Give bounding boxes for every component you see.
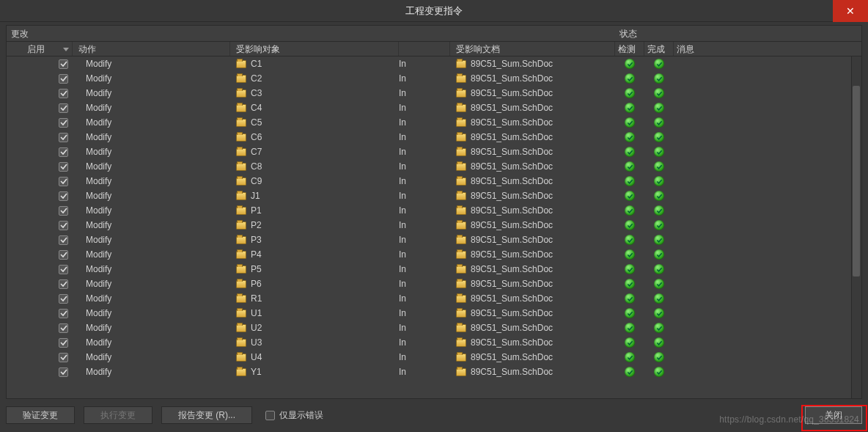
enable-checkbox[interactable] (59, 353, 68, 362)
cell-action: Modify (73, 56, 230, 71)
table-row[interactable]: ModifyP4In89C51_Sum.SchDoc (7, 247, 861, 262)
cell-object: C6 (230, 130, 399, 144)
check-ok-icon (625, 279, 635, 289)
close-button[interactable]: ✕ (833, 0, 868, 22)
execute-button[interactable]: 执行变更 (84, 406, 152, 424)
content-panel: 更改 状态 启用 动作 受影响对象 受影响文档 检测 完成 消息 ModifyC… (6, 25, 862, 399)
col-action[interactable]: 动作 (73, 42, 230, 56)
cell-in: In (399, 56, 450, 71)
folder-icon (236, 236, 246, 244)
scrollbar-thumb[interactable] (853, 86, 860, 277)
enable-checkbox[interactable] (59, 74, 68, 84)
table-row[interactable]: ModifyP2In89C51_Sum.SchDoc (7, 218, 861, 233)
enable-checkbox[interactable] (59, 250, 68, 260)
table-row[interactable]: ModifyU4In89C51_Sum.SchDoc (7, 350, 861, 365)
table-row[interactable]: ModifyP1In89C51_Sum.SchDoc (7, 203, 861, 218)
folder-icon (236, 163, 246, 171)
validate-button[interactable]: 验证变更 (6, 406, 75, 424)
col-detect[interactable]: 检测 (615, 42, 644, 56)
scrollbar[interactable] (851, 56, 861, 398)
folder-icon (456, 163, 466, 171)
enable-checkbox[interactable] (59, 265, 68, 274)
check-ok-icon (625, 117, 635, 128)
enable-checkbox[interactable] (59, 147, 68, 157)
check-ok-icon (625, 367, 635, 377)
folder-icon (236, 354, 246, 362)
table-row[interactable]: ModifyC8In89C51_Sum.SchDoc (7, 159, 861, 174)
enable-checkbox[interactable] (59, 89, 68, 98)
enable-checkbox[interactable] (59, 191, 68, 201)
table-row[interactable]: ModifyU3In89C51_Sum.SchDoc (7, 335, 861, 350)
table-row[interactable]: ModifyC1In89C51_Sum.SchDoc (7, 56, 861, 71)
close-dialog-button[interactable]: 关闭 (805, 406, 862, 424)
cell-in: In (399, 100, 450, 115)
table-row[interactable]: ModifyY1In89C51_Sum.SchDoc (7, 365, 861, 379)
cell-action: Modify (73, 144, 230, 159)
table-row[interactable]: ModifyP3In89C51_Sum.SchDoc (7, 233, 861, 247)
enable-checkbox[interactable] (59, 338, 68, 348)
enable-checkbox[interactable] (59, 309, 68, 318)
report-button[interactable]: 报告变更 (R)... (161, 406, 252, 424)
col-enable[interactable]: 启用 (7, 42, 73, 56)
cell-message (674, 71, 861, 86)
table-row[interactable]: ModifyU1In89C51_Sum.SchDoc (7, 306, 861, 321)
enable-checkbox[interactable] (59, 323, 68, 333)
table-row[interactable]: ModifyR1In89C51_Sum.SchDoc (7, 291, 861, 306)
enable-checkbox[interactable] (59, 235, 68, 245)
table-row[interactable]: ModifyC4In89C51_Sum.SchDoc (7, 100, 861, 115)
check-ok-icon (654, 88, 664, 98)
table-row[interactable]: ModifyC9In89C51_Sum.SchDoc (7, 174, 861, 188)
enable-checkbox[interactable] (59, 133, 68, 142)
table-row[interactable]: ModifyC5In89C51_Sum.SchDoc (7, 115, 861, 130)
col-message[interactable]: 消息 (674, 42, 861, 56)
enable-checkbox[interactable] (59, 177, 68, 186)
close-icon: ✕ (846, 5, 855, 17)
only-errors-checkbox[interactable]: 仅显示错误 (265, 409, 323, 422)
folder-icon (236, 60, 246, 68)
check-ok-icon (654, 73, 664, 84)
cell-message (674, 306, 861, 321)
cell-object: P6 (230, 277, 399, 291)
folder-icon (236, 324, 246, 332)
check-ok-icon (625, 323, 635, 333)
enable-checkbox[interactable] (59, 162, 68, 172)
table-row[interactable]: ModifyJ1In89C51_Sum.SchDoc (7, 188, 861, 203)
folder-icon (236, 177, 246, 186)
table-row[interactable]: ModifyC3In89C51_Sum.SchDoc (7, 86, 861, 100)
section-status: 状态 (615, 26, 861, 41)
enable-checkbox[interactable] (59, 206, 68, 216)
enable-checkbox[interactable] (59, 59, 68, 69)
table-row[interactable]: ModifyC7In89C51_Sum.SchDoc (7, 144, 861, 159)
enable-checkbox[interactable] (59, 279, 68, 289)
window-title: 工程变更指令 (405, 4, 463, 18)
check-ok-icon (654, 132, 664, 142)
col-object[interactable]: 受影响对象 (230, 42, 399, 56)
enable-checkbox[interactable] (59, 118, 68, 128)
enable-checkbox[interactable] (59, 367, 68, 377)
cell-message (674, 159, 861, 174)
cell-message (674, 335, 861, 350)
cell-object: P1 (230, 203, 399, 218)
table-row[interactable]: ModifyP5In89C51_Sum.SchDoc (7, 262, 861, 277)
table-row[interactable]: ModifyU2In89C51_Sum.SchDoc (7, 321, 861, 335)
enable-checkbox[interactable] (59, 103, 68, 113)
check-ok-icon (654, 279, 664, 289)
table-row[interactable]: ModifyC6In89C51_Sum.SchDoc (7, 130, 861, 144)
table-row[interactable]: ModifyC2In89C51_Sum.SchDoc (7, 71, 861, 86)
check-ok-icon (625, 191, 635, 201)
folder-icon (456, 324, 466, 332)
cell-object: U2 (230, 321, 399, 335)
folder-icon (456, 60, 466, 68)
check-ok-icon (654, 293, 664, 304)
enable-checkbox[interactable] (59, 294, 68, 304)
cell-action: Modify (73, 174, 230, 188)
check-ok-icon (654, 191, 664, 201)
cell-message (674, 218, 861, 233)
cell-message (674, 115, 861, 130)
table-row[interactable]: ModifyP6In89C51_Sum.SchDoc (7, 277, 861, 291)
folder-icon (236, 119, 246, 127)
col-done[interactable]: 完成 (644, 42, 674, 56)
col-doc[interactable]: 受影响文档 (450, 42, 615, 56)
enable-checkbox[interactable] (59, 221, 68, 230)
folder-icon (236, 251, 246, 259)
